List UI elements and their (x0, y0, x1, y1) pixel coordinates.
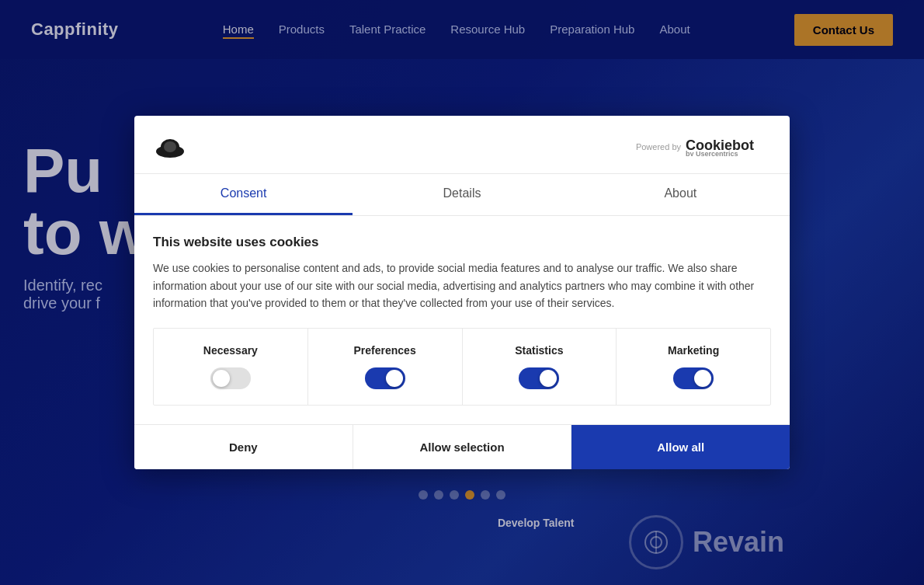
category-statistics: Statistics (463, 329, 617, 405)
cookie-header: Powered by Cookiebot by Usercentrics (134, 116, 790, 174)
category-marketing: Marketing (617, 329, 770, 405)
powered-by-label: Powered by (636, 142, 681, 151)
toggle-necessary-knob (213, 370, 230, 387)
allow-all-button[interactable]: Allow all (571, 425, 790, 469)
svg-text:by Usercentrics: by Usercentrics (686, 150, 738, 156)
cookie-actions: Deny Allow selection Allow all (134, 424, 790, 469)
category-preferences: Preferences (308, 329, 463, 405)
category-marketing-label: Marketing (668, 344, 719, 357)
cookiebot-badge: Powered by Cookiebot by Usercentrics (636, 134, 771, 159)
toggle-necessary[interactable] (210, 367, 251, 389)
toggle-preferences-knob (386, 370, 403, 387)
category-necessary-label: Necessary (203, 344, 258, 357)
cookie-title: This website uses cookies (153, 235, 771, 250)
category-necessary: Necessary (154, 329, 308, 405)
allow-selection-button[interactable]: Allow selection (353, 425, 572, 469)
deny-button[interactable]: Deny (134, 425, 353, 469)
category-statistics-label: Statistics (515, 344, 563, 357)
cookiebot-svg: Cookiebot by Usercentrics (686, 134, 771, 156)
consent-categories: Necessary Preferences Statistics (153, 328, 771, 406)
cookie-tabs: Consent Details About (134, 174, 790, 216)
tab-details[interactable]: Details (353, 174, 571, 215)
cookie-dialog: Powered by Cookiebot by Usercentrics Con… (134, 116, 790, 468)
modal-overlay: Powered by Cookiebot by Usercentrics Con… (0, 0, 924, 585)
toggle-statistics[interactable] (519, 367, 559, 389)
tab-about[interactable]: About (571, 174, 790, 215)
toggle-statistics-knob (540, 370, 557, 387)
category-preferences-label: Preferences (354, 344, 416, 357)
tab-consent[interactable]: Consent (134, 174, 353, 215)
cookie-description: We use cookies to personalise content an… (153, 259, 771, 312)
cookie-brand-logo (153, 130, 187, 164)
cookie-body: This website uses cookies We use cookies… (134, 216, 790, 423)
svg-point-5 (164, 141, 176, 152)
toggle-preferences[interactable] (365, 367, 405, 389)
toggle-marketing-knob (694, 370, 711, 387)
cookiebot-logo-text: Cookiebot by Usercentrics (686, 134, 771, 159)
toggle-marketing[interactable] (673, 367, 714, 389)
